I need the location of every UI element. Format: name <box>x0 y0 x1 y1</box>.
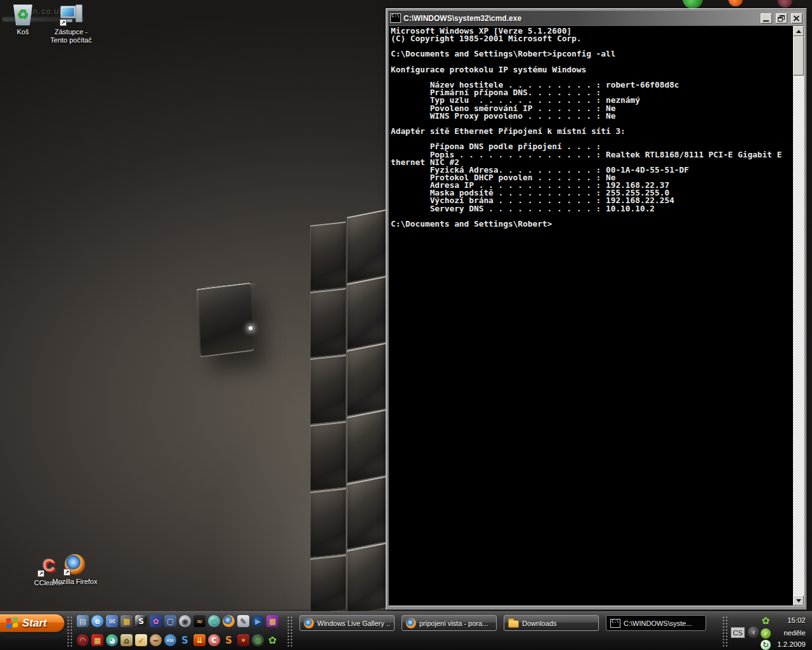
webcam-icon[interactable]: ◉ <box>179 615 191 627</box>
wallpaper-cube-face <box>347 409 386 482</box>
media-swirl-icon[interactable]: ◕ <box>106 634 118 646</box>
netmeter-globe-icon[interactable]: ◍ <box>252 634 264 646</box>
wallpaper-cube-face <box>310 355 346 424</box>
photo-app-icon[interactable]: ✿ <box>150 615 162 627</box>
wallpaper-single-cube <box>196 282 254 357</box>
media-player-classic-icon[interactable]: ▦ <box>121 615 133 627</box>
wallpaper-cube-face <box>310 555 346 613</box>
task-button-downloads[interactable]: Downloads <box>504 615 599 631</box>
my-computer-icon: ↗ <box>59 3 83 26</box>
walnut-app-icon[interactable]: ~ <box>150 634 162 646</box>
task-button-label: pripojeni vista - pora... <box>419 620 488 627</box>
audio-app-icon[interactable]: ≈ <box>193 615 206 627</box>
wallpaper-cube-face <box>347 476 386 549</box>
cmd-icon: C:\ <box>610 619 620 628</box>
desktop-icon-firefox[interactable]: ↗ Mozilla Firefox <box>49 553 100 586</box>
cmd-window-title: C:\WINDOWS\system32\cmd.exe <box>403 14 757 23</box>
windows-flag-icon <box>6 617 19 630</box>
shortcut-arrow-icon: ↗ <box>63 569 70 576</box>
globe-teal-icon[interactable]: ● <box>208 615 220 627</box>
wallpaper-cube-face <box>347 543 386 615</box>
taskbar-separator <box>67 616 73 647</box>
recycle-bin-icon: ♻ <box>12 4 34 25</box>
triangle-up-icon <box>796 30 801 33</box>
scrollbar-up-button[interactable] <box>793 26 804 36</box>
computer-tower-icon <box>75 4 82 22</box>
task-button-label: Downloads <box>522 620 556 627</box>
cmd-icon: C:\ <box>390 13 401 23</box>
task-button-pripojeni-vista[interactable]: pripojeni vista - pora... <box>402 615 497 631</box>
bank-building-icon[interactable]: ⌂ <box>121 634 133 646</box>
cmd-window-titlebar[interactable]: C:\ C:\WINDOWS\system32\cmd.exe <box>388 11 804 25</box>
firefox-icon <box>304 618 314 628</box>
task-button-label: Windows Live Gallery ... <box>317 620 390 627</box>
task-button-windows-live-gallery[interactable]: Windows Live Gallery ... <box>299 615 395 631</box>
computer-monitor-icon <box>60 6 76 18</box>
clock-day[interactable]: neděle <box>769 629 806 637</box>
wallpaper-cube-face <box>310 488 346 557</box>
taskbar-separator <box>722 616 728 647</box>
wallpaper-cube-face <box>310 288 346 357</box>
language-indicator[interactable]: CS <box>731 627 745 638</box>
task-button-cmd[interactable]: C:\ C:\WINDOWS\syste... <box>606 615 706 631</box>
scrollbar-thumb[interactable] <box>793 36 804 76</box>
console-area[interactable]: Microsoft Windows XP [Verze 5.1.2600] (C… <box>388 25 804 606</box>
minimize-button[interactable] <box>761 13 772 23</box>
mail-icon[interactable]: ✉ <box>106 615 118 627</box>
folder-check-icon[interactable]: ✓ <box>135 634 147 646</box>
flashget-icon[interactable]: ⇊ <box>193 634 206 646</box>
close-button[interactable] <box>791 13 802 23</box>
show-desktop-icon[interactable]: ▤ <box>77 615 89 627</box>
wallpaper-cube-face <box>347 276 386 349</box>
antivirus-shield-icon[interactable]: ✶ <box>237 634 249 646</box>
taskbar-separator <box>287 616 293 647</box>
firefox-quicklaunch-icon[interactable] <box>223 615 235 627</box>
scrollbar-down-button[interactable] <box>793 595 804 606</box>
restore-button[interactable] <box>776 13 787 23</box>
desktop-icon-my-computer-shortcut[interactable]: ↗ Zástupce - Tento počítač <box>46 3 96 44</box>
desktop-icon-label[interactable]: Zástupce - Tento počítač <box>46 28 96 44</box>
tray-collapse-button[interactable]: ‹ <box>748 627 759 638</box>
folder-icon <box>508 620 519 628</box>
clock-date[interactable]: 1.2.2009 <box>769 640 806 648</box>
desktop-icon-recycle-bin[interactable]: ♻ Koš <box>0 3 48 36</box>
strongdc-orange-icon[interactable]: S <box>223 634 235 646</box>
shortcut-arrow-icon: ↗ <box>60 19 67 26</box>
ccleaner-quicklaunch-icon[interactable]: C <box>208 634 220 646</box>
wallpaper-cube-face <box>347 343 386 416</box>
wallpaper-cube-face <box>310 421 346 491</box>
desktop-icon-label[interactable]: Mozilla Firefox <box>49 578 100 586</box>
icq-flower-icon[interactable]: ✿ <box>266 634 278 646</box>
notepad-editor-icon[interactable]: ✎ <box>237 615 249 627</box>
media-player-blue-icon[interactable]: ▶ <box>252 615 264 627</box>
task-button-group: Windows Live Gallery ... pripojeni vista… <box>299 615 706 631</box>
nero-icon[interactable]: ◠ <box>77 634 89 646</box>
triangle-down-icon <box>796 599 801 602</box>
start-button[interactable]: Start <box>0 614 65 632</box>
cmd-window: C:\ C:\WINDOWS\system32\cmd.exe Microsof… <box>386 8 807 610</box>
task-button-label: C:\WINDOWS\syste... <box>624 620 692 627</box>
taskbar: Start ▤e✉▦S✿▢◉≈●✎▶▦ ◠▦◕⌂✓~K3SS⇊CS✶◍✿ Win… <box>0 611 812 650</box>
k3s-app-icon[interactable]: K3S <box>164 634 176 646</box>
firefox-icon <box>406 618 416 628</box>
gift-box-app-icon[interactable]: ▦ <box>266 615 278 627</box>
s-black-app-icon[interactable]: S <box>135 615 147 627</box>
nero-suite-icon[interactable]: ▦ <box>91 634 103 646</box>
save-floppy-icon[interactable]: ▢ <box>164 615 176 627</box>
wallpaper-cube-face <box>310 222 346 291</box>
console-text[interactable]: Microsoft Windows XP [Verze 5.1.2600] (C… <box>391 27 791 606</box>
desktop-icon-label[interactable]: Koš <box>0 28 48 36</box>
wallpaper-sparkle <box>249 326 252 330</box>
internet-explorer-icon[interactable]: e <box>91 615 103 627</box>
strongdc-blue-icon[interactable]: S <box>179 634 191 646</box>
wallpaper-cube-face <box>347 209 386 282</box>
quicklaunch-row-2: ◠▦◕⌂✓~K3SS⇊CS✶◍✿ <box>77 634 278 646</box>
clock-time[interactable]: 15:02 <box>769 616 806 624</box>
shortcut-arrow-icon: ↗ <box>37 570 44 577</box>
quicklaunch-row-1: ▤e✉▦S✿▢◉≈●✎▶▦ <box>77 615 278 627</box>
console-scrollbar[interactable] <box>793 26 804 606</box>
start-button-label: Start <box>22 617 47 630</box>
